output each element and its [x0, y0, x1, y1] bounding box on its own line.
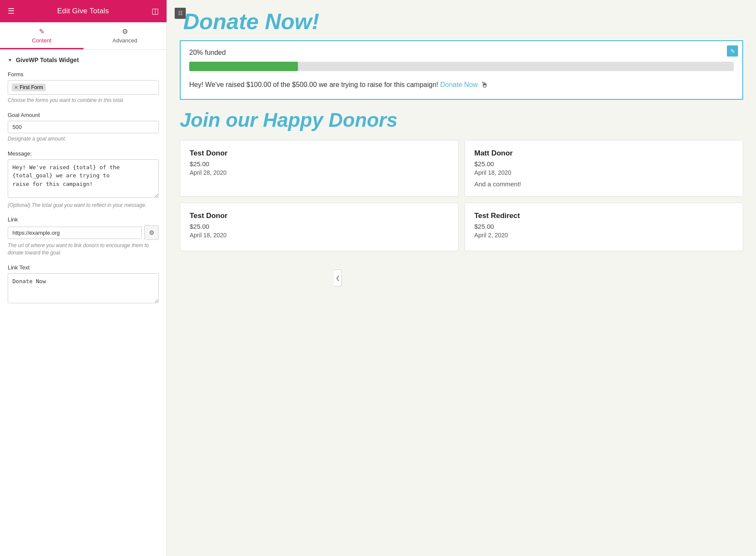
donors-grid: Test Donor $25.00 April 28, 2020 Matt Do… — [180, 140, 743, 251]
content-tab-icon: ✎ — [39, 27, 45, 36]
panel-body: ▼ GiveWP Totals Widget Forms ✕ First For… — [0, 50, 167, 556]
left-panel: ☰ Edit Give Totals ◫ ✎ Content ⚙ Advance… — [0, 0, 167, 556]
message-textarea[interactable]: Hey! We've raised {total} of the {total_… — [8, 159, 159, 198]
widget-preview: ☷ Donate Now! ✎ 20% funded Hey! We've ra… — [180, 9, 743, 251]
link-input[interactable] — [8, 227, 142, 239]
right-panel: ☷ Donate Now! ✎ 20% funded Hey! We've ra… — [167, 0, 756, 556]
donor-date: April 18, 2020 — [474, 169, 733, 176]
donor-amount: $25.00 — [190, 160, 449, 167]
goal-amount-label: Goal Amount — [8, 112, 159, 118]
link-label: Link — [8, 216, 159, 223]
forms-label: Forms — [8, 71, 159, 78]
forms-field-group: Forms ✕ First Form Choose the forms you … — [8, 71, 159, 104]
funded-text: 20% funded — [189, 49, 734, 57]
totals-widget-box: ✎ 20% funded Hey! We've raised $100.00 o… — [180, 40, 743, 100]
donor-date: April 18, 2020 — [190, 232, 449, 239]
link-text-field-group: Link Text Donate Now — [8, 264, 159, 305]
progress-bar-fill — [189, 62, 298, 71]
donor-amount: $25.00 — [474, 223, 733, 230]
donor-name: Test Donor — [190, 212, 449, 220]
link-text-label: Link Text — [8, 264, 159, 271]
donor-name: Test Donor — [190, 149, 449, 158]
section-arrow-icon[interactable]: ▼ — [8, 57, 12, 63]
donor-date: April 28, 2020 — [190, 169, 449, 176]
section-header: ▼ GiveWP Totals Widget — [8, 57, 159, 63]
forms-tag-value: First Form — [20, 84, 43, 90]
panel-tabs: ✎ Content ⚙ Advanced — [0, 22, 167, 50]
donor-name: Test Redirect — [474, 212, 733, 220]
goal-amount-hint: Designate a goal amount. — [8, 135, 159, 143]
forms-tag-remove[interactable]: ✕ — [14, 85, 18, 90]
forms-tag: ✕ First Form — [12, 84, 46, 91]
donor-date: April 2, 2020 — [474, 232, 733, 239]
donor-card: Test Redirect $25.00 April 2, 2020 — [464, 203, 743, 251]
donor-card: Matt Donor $25.00 April 18, 2020 And a c… — [464, 140, 743, 197]
message-hint: (Optional) The total goal you want to re… — [8, 202, 159, 209]
donate-heading: Donate Now! — [183, 9, 319, 34]
hamburger-icon[interactable]: ☰ — [8, 6, 15, 16]
link-gear-button[interactable]: ⚙ — [144, 225, 159, 240]
forms-hint: Choose the forms you want to combine in … — [8, 97, 159, 104]
link-input-row: ⚙ — [8, 225, 159, 240]
cursor-icon: 🖱 — [481, 79, 488, 91]
panel-title: Edit Give Totals — [57, 7, 109, 15]
panel-header: ☰ Edit Give Totals ◫ — [0, 0, 167, 22]
join-heading: Join our Happy Donors — [180, 108, 743, 132]
grid-icon[interactable]: ◫ — [152, 6, 159, 16]
link-text-textarea[interactable]: Donate Now — [8, 273, 159, 303]
donate-now-link[interactable]: Donate Now — [440, 81, 478, 88]
donor-amount: $25.00 — [474, 160, 733, 167]
progress-bar-background — [189, 62, 734, 71]
widget-edit-icon[interactable]: ✎ — [727, 45, 738, 57]
goal-amount-field-group: Goal Amount Designate a goal amount. — [8, 112, 159, 143]
message-field-group: Message: Hey! We've raised {total} of th… — [8, 150, 159, 209]
content-tab-label: Content — [32, 37, 51, 44]
forms-tag-input[interactable]: ✕ First Form — [8, 80, 159, 95]
message-label: Message: — [8, 150, 159, 157]
link-field-group: Link ⚙ The url of where you want to link… — [8, 216, 159, 257]
goal-amount-input[interactable] — [8, 121, 159, 133]
advanced-tab-icon: ⚙ — [122, 27, 128, 36]
advanced-tab-label: Advanced — [113, 37, 137, 44]
donor-card: Test Donor $25.00 April 28, 2020 — [180, 140, 458, 197]
donor-name: Matt Donor — [474, 149, 733, 158]
message-preview: Hey! We've raised $100.00 of the $500.00… — [189, 79, 734, 91]
collapse-panel-button[interactable]: ❮ — [334, 269, 342, 287]
tab-advanced[interactable]: ⚙ Advanced — [83, 22, 167, 49]
message-preview-text: Hey! We've raised $100.00 of the $500.00… — [189, 81, 440, 88]
donor-amount: $25.00 — [190, 223, 449, 230]
tab-content[interactable]: ✎ Content — [0, 22, 83, 49]
donor-card: Test Donor $25.00 April 18, 2020 — [180, 203, 458, 251]
section-title: GiveWP Totals Widget — [16, 57, 79, 63]
donor-comment: And a comment! — [474, 180, 733, 188]
link-hint: The url of where you want to link donors… — [8, 242, 159, 257]
